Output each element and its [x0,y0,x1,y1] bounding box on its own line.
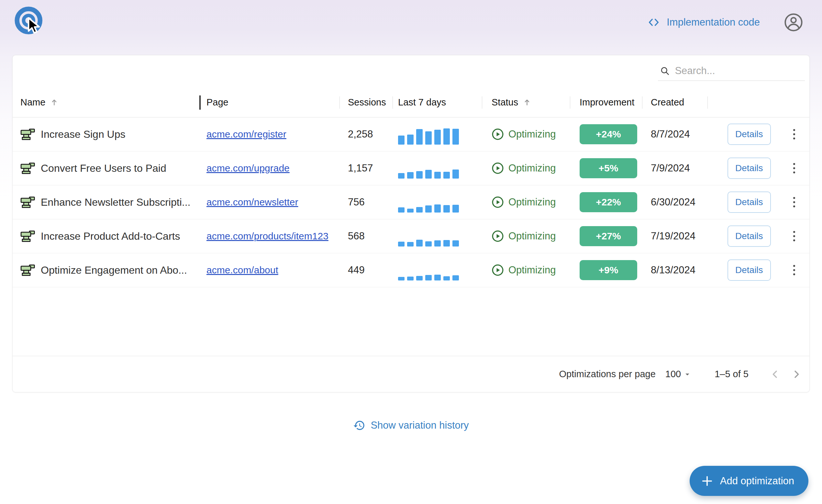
page-cell: acme.com/register [199,117,340,151]
row-menu-button[interactable] [788,124,801,145]
search-input[interactable] [675,65,804,77]
spark-bar [398,277,405,281]
created-cell: 7/9/2024 [642,151,708,185]
sessions-cell: 756 [340,185,393,219]
spark-bar [443,128,450,145]
row-menu-button[interactable] [788,226,801,246]
page-cell: acme.com/newsletter [199,185,340,219]
details-button[interactable]: Details [728,260,771,281]
page-link[interactable]: acme.com/newsletter [207,197,298,208]
account-menu-button[interactable] [784,13,803,32]
spark-bar [407,172,414,178]
search-box[interactable] [658,63,805,81]
name-cell: Optimize Engagement on Abo... [13,253,199,287]
improvement-badge: +5% [579,158,637,178]
last-7-days-cell [393,117,482,151]
improvement-cell: +9% [570,253,642,287]
optimizing-play-icon [492,196,504,208]
spark-bar [443,172,450,178]
page: Implementation code [0,0,822,504]
status-cell: Optimizing [482,185,570,219]
spark-bar [398,135,405,145]
name-cell: Enhance Newsletter Subscripti... [13,185,199,219]
status-cell: Optimizing [482,219,570,253]
optimizing-play-icon [492,162,504,174]
column-header-last-7-days: Last 7 days [393,88,482,117]
column-header-status[interactable]: Status [482,88,570,117]
pagination-bar: Optimizations per page 100 1–5 of 5 [13,356,809,392]
last-7-days-chart [398,196,459,212]
spark-bar [434,240,441,246]
per-page-select[interactable]: 100 [665,369,692,380]
status-label: Optimizing [508,264,556,276]
actions-cell: Details [708,219,809,253]
table-row: Convert Free Users to Paid acme.com/upgr… [13,151,809,185]
table-row: Increase Product Add-to-Carts acme.com/p… [13,219,809,253]
page-link[interactable]: acme.com/products/item123 [207,230,329,241]
sort-arrow-icon [50,98,59,107]
improvement-cell: +5% [570,151,642,185]
last-7-days-cell [393,219,482,253]
actions-cell: Details [708,185,809,219]
created-cell: 8/7/2024 [642,117,708,151]
spark-bar [416,129,423,145]
actions-cell: Details [708,253,809,287]
next-page-button[interactable] [789,367,804,381]
optimization-anvil-icon [20,196,35,208]
details-button[interactable]: Details [728,191,771,213]
optimization-anvil-icon [20,162,35,174]
show-variation-history-link[interactable]: Show variation history [353,419,469,432]
status-label: Optimizing [508,162,556,174]
table-row: Increase Sign Ups acme.com/register 2,25… [13,117,809,151]
code-icon [648,17,660,27]
previous-page-button[interactable] [768,367,782,381]
sessions-value: 1,157 [348,162,373,174]
implementation-code-link[interactable]: Implementation code [648,16,760,28]
add-optimization-button[interactable]: Add optimization [690,466,808,496]
spark-bar [416,240,423,246]
table-row: Optimize Engagement on Abo... acme.com/a… [13,253,809,287]
created-date: 8/7/2024 [651,128,690,140]
column-header-name[interactable]: Name [13,88,199,117]
last-7-days-cell [393,185,482,219]
spark-bar [452,275,459,281]
sessions-value: 2,258 [348,128,373,140]
details-button[interactable]: Details [728,157,771,179]
column-header-page: Page [199,88,340,117]
spark-bar [434,172,441,178]
avatar-icon [784,13,803,32]
column-label-name: Name [20,97,45,108]
spark-bar [425,131,432,145]
column-label-last-7-days: Last 7 days [398,97,446,108]
row-menu-button[interactable] [788,192,801,212]
page-cell: acme.com/upgrade [199,151,340,185]
improvement-cell: +24% [570,117,642,151]
table-row: Enhance Newsletter Subscripti... acme.co… [13,185,809,219]
details-button[interactable]: Details [728,123,771,145]
last-7-days-cell [393,253,482,287]
row-menu-button[interactable] [788,260,801,281]
page-link[interactable]: acme.com/upgrade [207,163,290,174]
table-body: Increase Sign Ups acme.com/register 2,25… [13,117,809,287]
status-cell: Optimizing [482,253,570,287]
sessions-value: 449 [348,264,365,276]
last-7-days-chart [398,230,459,246]
search-icon [660,65,670,76]
table-header-row: Name Page Sessions Last 7 days Status Im… [13,88,809,117]
optimization-name: Increase Sign Ups [41,128,125,140]
spark-bar [398,173,405,178]
optimizing-play-icon [492,230,504,242]
page-link[interactable]: acme.com/register [207,129,287,140]
column-header-actions [708,88,809,117]
page-link[interactable]: acme.com/about [207,265,278,276]
app-logo[interactable] [14,6,47,38]
spark-bar [425,275,432,281]
spark-bar [452,205,459,212]
top-bar: Implementation code [0,0,822,43]
details-button[interactable]: Details [728,225,771,247]
page-cell: acme.com/about [199,253,340,287]
add-optimization-label: Add optimization [720,475,794,487]
row-menu-button[interactable] [788,158,801,178]
spark-bar [416,276,423,281]
created-cell: 8/13/2024 [642,253,708,287]
